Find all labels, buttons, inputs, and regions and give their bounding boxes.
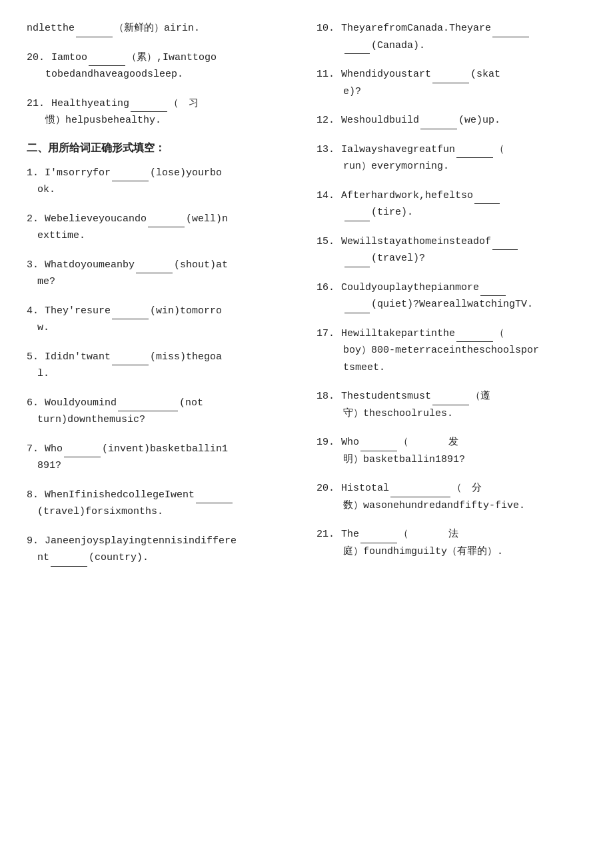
blank-r6 xyxy=(492,249,518,250)
item-17: 17. Hewilltakepartinthe（ boy）800-meterra… xyxy=(316,325,586,377)
item-9: 9. Janeenjoysplayingtennisindiffere nt(c… xyxy=(27,533,297,567)
item-1: 1. I'msorryfor(lose)yourbo ok. xyxy=(27,165,297,199)
item-20-right: 20. Histotal（ 分 数）wasonehundredandfifty-… xyxy=(316,480,586,514)
item-18: 18. Thestudentsmust（遵 守）theschoolrules. xyxy=(316,388,586,422)
item-21-left: 21. Healthyeating（ 习 惯）helpusbehealthy. xyxy=(27,95,297,129)
blank-6 xyxy=(136,273,173,273)
item-14: 14. Afterhardwork,hefeltso (tire). xyxy=(316,187,586,221)
item-12: 12. Weshouldbuild(we)up. xyxy=(316,112,586,129)
item-8: 8. WhenIfinishedcollegeIwent (travel)for… xyxy=(27,487,297,521)
blank-4 xyxy=(112,181,149,181)
blank-r5 xyxy=(474,203,500,204)
blank-r3 xyxy=(420,129,457,129)
blank-r7b xyxy=(344,313,370,313)
item-11: 11. Whendidyoustart(skat e)? xyxy=(316,66,586,100)
blank-5 xyxy=(148,227,185,227)
item-6: 6. Wouldyoumind(not turn)downthemusic? xyxy=(27,395,297,429)
blank-r1b xyxy=(344,53,370,54)
section-title-2: 二、用所给词正确形式填空： xyxy=(27,141,297,155)
item-continuation: ndletthe（新鲜的）airin. xyxy=(27,20,297,37)
blank-r4 xyxy=(456,157,493,158)
item-5: 5. Ididn'twant(miss)thegoa l. xyxy=(27,349,297,383)
item-21-right: 21. The（ 法 庭）foundhimguilty（有罪的）. xyxy=(316,526,586,560)
blank-r1 xyxy=(492,37,529,37)
blank-11 xyxy=(196,503,233,503)
item-10: 10. TheyarefromCanada.Theyare (Canada). xyxy=(316,20,586,54)
blank-1 xyxy=(76,37,113,37)
item-16: 16. Couldyouplaythepianmore (quiet)?Wear… xyxy=(316,279,586,313)
right-column: 10. TheyarefromCanada.Theyare (Canada). … xyxy=(316,20,586,579)
item-15: 15. Wewillstayathomeinsteadof (travel)? xyxy=(316,233,586,267)
item-19: 19. Who（ 发 明）basketballin1891? xyxy=(316,434,586,468)
item-2: 2. Webelieveyoucando(well)n exttime. xyxy=(27,211,297,245)
blank-8 xyxy=(112,365,149,365)
item-3: 3. Whatdoyoumeanby(shout)at me? xyxy=(27,257,297,291)
item-13: 13. Ialwayshavegreatfun（ run）everymornin… xyxy=(316,141,586,175)
blank-r6b xyxy=(344,267,370,267)
blank-12 xyxy=(51,566,87,567)
item-4: 4. They'resure(win)tomorro w. xyxy=(27,303,297,337)
blank-7 xyxy=(112,319,149,319)
left-column: ndletthe（新鲜的）airin. 20. Iamtoo（累）,Iwantt… xyxy=(27,20,297,579)
item-7: 7. Who(invent)basketballin1 891? xyxy=(27,441,297,475)
blank-10 xyxy=(64,457,101,457)
blank-r5b xyxy=(344,221,370,221)
item-20-left: 20. Iamtoo（累）,Iwanttogo tobedandhaveagoo… xyxy=(27,49,297,83)
blank-r2 xyxy=(432,83,469,83)
